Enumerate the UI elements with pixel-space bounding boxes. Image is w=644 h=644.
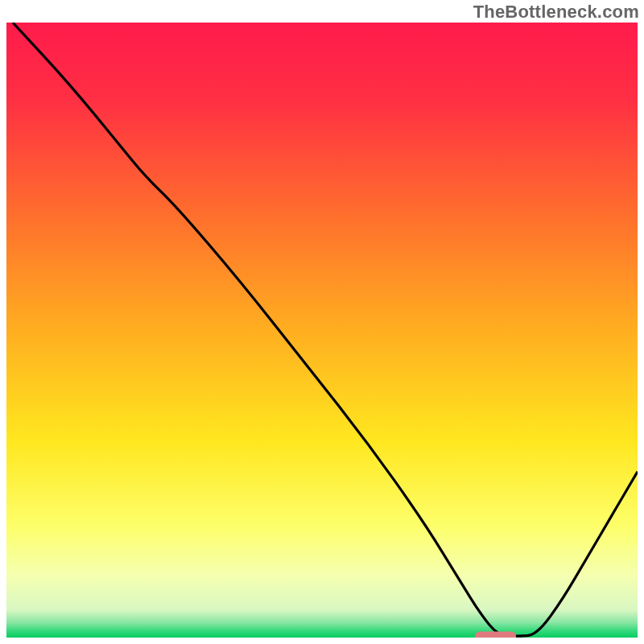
gradient-field [6,23,638,638]
watermark-text: TheBottleneck.com [473,2,639,23]
chart-stage: TheBottleneck.com [0,0,644,644]
optimal-marker [475,631,516,638]
bottleneck-chart [6,23,638,638]
